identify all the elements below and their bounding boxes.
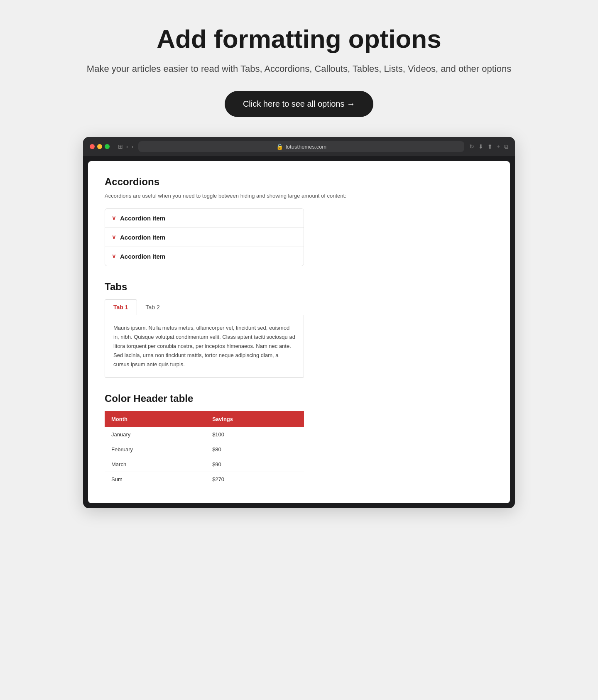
table-cell-1-0: February [105,442,206,457]
chevron-down-icon-2: ∨ [112,234,116,240]
refresh-icon[interactable]: ↻ [469,143,474,150]
table-row: February$80 [105,442,304,457]
browser-toolbar: ⊞ ‹ › 🔒 lotusthemes.com ↻ ⬇ ⬆ + ⧉ [83,137,515,156]
hero-subtitle: Make your articles easier to read with T… [83,61,515,76]
browser-url: lotusthemes.com [286,144,326,150]
dot-green[interactable] [105,144,110,149]
accordion-container: ∨ Accordion item ∨ Accordion item ∨ Acco… [105,208,304,266]
dot-red[interactable] [90,144,95,149]
hero-section: Add formatting options Make your article… [83,25,515,117]
table-cell-2-1: $90 [206,457,304,472]
share-icon[interactable]: ⬆ [488,143,493,150]
tab-content: Mauris ipsum. Nulla metus metus, ullamco… [105,315,304,378]
data-table: Month Savings January$100February$80Marc… [105,411,304,487]
accordion-item-label-2: Accordion item [120,234,165,241]
chevron-down-icon-3: ∨ [112,253,116,259]
forward-icon[interactable]: › [132,143,134,150]
accordion-item-1[interactable]: ∨ Accordion item [105,209,304,228]
table-row: March$90 [105,457,304,472]
browser-content: Accordions Accordions are useful when yo… [88,161,510,503]
chevron-down-icon-1: ∨ [112,215,116,221]
table-cell-1-1: $80 [206,442,304,457]
window-icon[interactable]: ⧉ [504,143,508,150]
table-title: Color Header table [105,393,304,404]
table-cell-2-0: March [105,457,206,472]
tab-icon: ⊞ [118,143,123,150]
tab-2[interactable]: Tab 2 [137,299,169,315]
cta-button[interactable]: Click here to see all options → [225,91,373,117]
table-row: Sum$270 [105,472,304,487]
accordion-item-3[interactable]: ∨ Accordion item [105,247,304,266]
lock-icon: 🔒 [276,143,283,150]
table-section: Color Header table Month Savings January… [105,393,304,487]
page-wrapper: Add formatting options Make your article… [83,25,515,508]
accordions-section: Accordions Accordions are useful when yo… [105,176,493,266]
browser-window: ⊞ ‹ › 🔒 lotusthemes.com ↻ ⬇ ⬆ + ⧉ Accord… [83,137,515,508]
tab-1[interactable]: Tab 1 [105,299,137,315]
back-icon[interactable]: ‹ [126,143,128,150]
browser-dots [90,144,110,149]
tabs-section: Tabs Tab 1 Tab 2 Mauris ipsum. Nulla met… [105,281,493,378]
accordions-desc: Accordions are useful when you need to t… [105,192,493,200]
dot-yellow[interactable] [97,144,102,149]
table-cell-0-1: $100 [206,427,304,442]
browser-right-icons: ↻ ⬇ ⬆ + ⧉ [469,143,508,150]
table-row: January$100 [105,427,304,442]
accordions-title: Accordions [105,176,493,188]
table-cell-3-1: $270 [206,472,304,487]
table-cell-0-0: January [105,427,206,442]
tabs-title: Tabs [105,281,493,293]
table-header-month: Month [105,411,206,427]
table-header-savings: Savings [206,411,304,427]
download-icon[interactable]: ⬇ [478,143,483,150]
accordion-item-label-1: Accordion item [120,215,165,222]
new-tab-icon[interactable]: + [497,143,500,150]
browser-address-bar[interactable]: 🔒 lotusthemes.com [138,141,464,152]
table-cell-3-0: Sum [105,472,206,487]
accordion-item-2[interactable]: ∨ Accordion item [105,228,304,247]
table-header-row: Month Savings [105,411,304,427]
page-title: Add formatting options [83,25,515,53]
browser-nav-icons: ⊞ ‹ › [118,143,133,150]
accordion-item-label-3: Accordion item [120,253,165,260]
tabs-header: Tab 1 Tab 2 [105,299,304,315]
